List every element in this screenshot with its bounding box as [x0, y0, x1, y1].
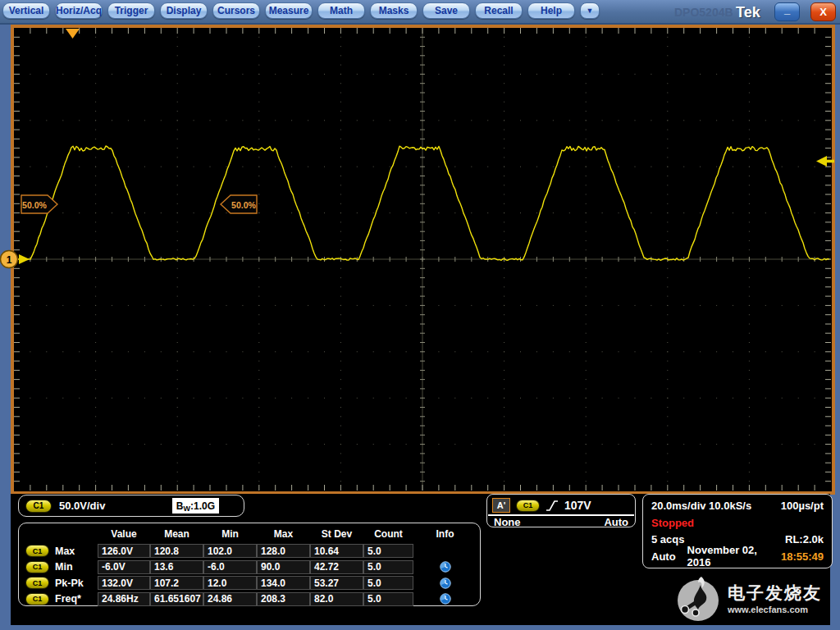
channel1-ground-marker[interactable]: 1 — [1, 251, 30, 268]
measurement-value-cell: 208.3 — [257, 592, 310, 606]
trigger-level-readout: 107V — [564, 499, 591, 512]
channel-settings-panel[interactable]: C1 50.0V/div BW:1.0G — [18, 495, 244, 517]
status-section: C1 50.0V/div BW:1.0G ValueMeanMinMaxSt D… — [11, 494, 830, 625]
measurement-row-max: C1Max126.0V120.8102.0128.010.645.0 — [22, 543, 477, 559]
measurement-value-cell: 42.72 — [310, 560, 363, 574]
measurement-value-cell: -6.0 — [203, 560, 257, 574]
resolution-readout: 100µs/pt — [781, 500, 824, 512]
horizontal-acquisition-panel[interactable]: 20.0ms/div 10.0kS/s 100µs/pt Stopped 5 a… — [642, 494, 833, 568]
time-readout: 18:55:49 — [781, 550, 824, 563]
measurement-value-cell: 132.0V — [98, 576, 150, 590]
measurement-value-cell: 5.0 — [363, 560, 413, 574]
ref-flag-left: 50.0% — [21, 195, 57, 213]
menu-button-help[interactable]: Help — [527, 2, 575, 19]
measurement-column-header: Max — [257, 528, 310, 540]
trigger-level-arrow[interactable] — [816, 156, 834, 167]
measurement-value-cell: 5.0 — [363, 544, 413, 558]
menu-button-math[interactable]: Math — [317, 2, 365, 19]
watermark-name: 电子发烧友 — [728, 582, 822, 605]
watermark-url: www.elecfans.com — [728, 605, 822, 614]
channel1-badge: C1 — [25, 593, 49, 605]
channel1-badge: C1 — [25, 561, 49, 573]
svg-text:50.0%: 50.0% — [22, 200, 47, 210]
measurement-column-header: Min — [203, 528, 257, 540]
menu-overflow-button[interactable]: ▼ — [580, 2, 600, 19]
measurement-value-cell: 102.0 — [203, 544, 257, 558]
oscilloscope-window: VerticalHoriz/AcqTriggerDisplayCursorsMe… — [0, 0, 840, 630]
measurement-value-cell: 134.0 — [257, 576, 310, 590]
acquisition-status: Stopped — [651, 517, 694, 529]
channel1-badge: C1 — [25, 577, 49, 589]
date-readout: November 02, 2016 — [687, 544, 781, 568]
model-label: DPO5204B — [674, 6, 733, 19]
measurement-row-freq: C1Freq*24.86Hz61.65160724.86208.382.05.0 — [22, 591, 477, 608]
measurement-table: ValueMeanMinMaxSt DevCountInfo C1Max126.… — [18, 523, 481, 606]
trigger-mode: Auto — [604, 516, 628, 528]
measurement-name: Max — [55, 546, 75, 557]
measurement-value-cell: -6.0V — [98, 560, 150, 574]
channel1-badge: C1 — [25, 500, 52, 513]
channel1-badge: C1 — [25, 545, 49, 557]
menu-button-trigger[interactable]: Trigger — [107, 2, 155, 19]
svg-text:50.0%: 50.0% — [231, 200, 256, 210]
trigger-panel[interactable]: A' C1 107V None Auto — [486, 494, 636, 527]
elecfans-logo-icon — [674, 573, 722, 623]
menu-button-vertical[interactable]: Vertical — [2, 2, 50, 19]
minimize-button[interactable]: _ — [774, 2, 800, 21]
measurement-header-row: ValueMeanMinMaxSt DevCountInfo — [22, 525, 477, 543]
measurement-value-cell: 10.64 — [310, 544, 363, 558]
measurement-value-cell: 120.8 — [150, 544, 203, 558]
waveform-display: 50.0% 50.0% 1 — [11, 25, 835, 495]
channel1-scale: 50.0V/div — [59, 500, 105, 512]
menu-buttons: VerticalHoriz/AcqTriggerDisplayCursorsMe… — [2, 2, 575, 19]
measurement-value-cell: 12.0 — [203, 576, 257, 590]
trigger-position-marker[interactable] — [66, 29, 80, 39]
measurement-row-min: C1Min-6.0V13.6-6.090.042.725.0 — [22, 559, 477, 576]
measurement-value-cell: 90.0 — [257, 560, 310, 574]
measurement-row-pkpk: C1Pk-Pk132.0V107.212.0134.053.275.0 — [22, 575, 477, 591]
ref-flag-right: 50.0% — [221, 195, 257, 213]
measurement-name: Min — [55, 561, 73, 573]
measurement-name: Freq* — [55, 593, 81, 605]
svg-text:1: 1 — [7, 254, 12, 266]
measurement-value-cell: 5.0 — [363, 576, 413, 590]
acquisition-count: 5 acqs — [651, 533, 684, 546]
measurement-value-cell: 128.0 — [257, 544, 310, 558]
measurement-value-cell: 53.27 — [310, 576, 363, 590]
record-length: RL:2.0k — [785, 533, 824, 546]
close-button[interactable]: X — [810, 2, 836, 21]
timebase-readout: 20.0ms/div 10.0kS/s — [651, 500, 751, 512]
elecfans-watermark: 电子发烧友 www.elecfans.com — [674, 573, 822, 623]
measurement-info-clock-icon[interactable] — [413, 593, 477, 605]
trigger-b-status: None — [494, 516, 521, 528]
measurement-column-header: Count — [363, 528, 413, 540]
measurement-column-header: Mean — [150, 528, 203, 540]
measurement-column-header: Value — [98, 528, 150, 540]
tek-logo: Tek — [736, 4, 760, 21]
menu-bar: VerticalHoriz/AcqTriggerDisplayCursorsMe… — [0, 0, 840, 25]
measurement-value-cell: 13.6 — [150, 560, 203, 574]
graticule-grid — [14, 28, 831, 491]
bandwidth-readout: BW:1.0G — [172, 498, 219, 514]
measurement-column-header: Info — [413, 528, 477, 540]
measurement-value-cell: 82.0 — [310, 592, 363, 606]
measurement-value-cell: 107.2 — [150, 576, 203, 590]
rising-edge-icon — [546, 500, 559, 512]
measurement-name: Pk-Pk — [55, 578, 84, 589]
menu-button-cursors[interactable]: Cursors — [212, 2, 260, 19]
trigger-a-badge: A' — [492, 498, 510, 513]
measurement-value-cell: 5.0 — [363, 592, 413, 606]
menu-button-display[interactable]: Display — [160, 2, 208, 19]
measurement-info-clock-icon[interactable] — [413, 578, 477, 589]
measurement-column-header: St Dev — [310, 528, 363, 540]
measurement-info-clock-icon[interactable] — [413, 561, 477, 573]
menu-button-save[interactable]: Save — [422, 2, 470, 19]
measurement-value-cell: 61.651607 — [150, 592, 203, 606]
trigger-mode-readout: Auto — [651, 550, 676, 563]
trigger-source-badge: C1 — [516, 500, 540, 512]
menu-button-horiz-acq[interactable]: Horiz/Acq — [55, 2, 103, 19]
menu-button-recall[interactable]: Recall — [475, 2, 523, 19]
menu-button-masks[interactable]: Masks — [370, 2, 418, 19]
measurement-value-cell: 126.0V — [98, 544, 150, 558]
menu-button-measure[interactable]: Measure — [265, 2, 313, 19]
